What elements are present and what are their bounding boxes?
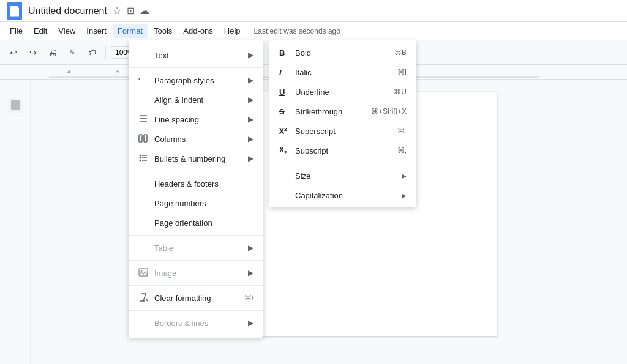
format-menu-group-5: Image ▶: [129, 261, 263, 286]
submenu-divider: [269, 163, 416, 163]
page-numbers-label: Page numbers: [154, 199, 253, 208]
italic-shortcut: ⌘I: [397, 68, 407, 76]
clear-formatting-shortcut: ⌘\: [244, 294, 253, 302]
format-menu-page-orientation[interactable]: Page orientation: [129, 213, 263, 232]
format-menu-columns[interactable]: Columns ▶: [129, 129, 263, 149]
submenu-underline[interactable]: U Underline ⌘U: [269, 82, 416, 102]
italic-label: Italic: [295, 68, 397, 77]
submenu-strikethrough[interactable]: S Strikethrough ⌘+Shift+X: [269, 102, 416, 121]
bold-icon: B: [279, 48, 290, 58]
svg-point-15: [140, 159, 141, 161]
line-spacing-label: Line spacing: [154, 115, 243, 124]
columns-label: Columns: [154, 135, 243, 144]
svg-point-13: [140, 154, 141, 156]
format-menu-group-2: ¶ Paragraph styles ▶ Align & indent ▶ Li…: [129, 68, 263, 171]
image-label: Image: [154, 269, 243, 278]
svg-rect-11: [139, 135, 142, 142]
italic-icon: I: [279, 68, 290, 77]
bullets-arrow: ▶: [248, 154, 253, 163]
submenu-italic[interactable]: I Italic ⌘I: [269, 62, 416, 82]
submenu-superscript[interactable]: X2 Superscript ⌘.: [269, 121, 416, 141]
format-menu-clear-formatting[interactable]: Clear formatting ⌘\: [129, 288, 263, 308]
format-text-label: Text: [154, 51, 243, 60]
svg-point-14: [140, 157, 141, 158]
svg-rect-19: [139, 269, 148, 276]
borders-arrow: ▶: [248, 319, 253, 327]
submenu-capitalization[interactable]: Capitalization: [269, 185, 416, 205]
format-menu-line-spacing[interactable]: Line spacing ▶: [129, 110, 263, 129]
underline-label: Underline: [295, 87, 394, 97]
superscript-icon: X2: [279, 127, 290, 136]
headers-footers-label: Headers & footers: [154, 179, 253, 188]
svg-line-22: [143, 294, 146, 301]
format-menu-group-4: Table ▶: [129, 236, 263, 261]
size-label: Size: [295, 171, 397, 180]
submenu-size[interactable]: Size: [269, 166, 416, 185]
line-spacing-arrow: ▶: [248, 115, 253, 124]
format-menu-bullets-numbering[interactable]: Bullets & numbering ▶: [129, 149, 263, 168]
format-menu-borders-lines: Borders & lines ▶: [129, 313, 263, 333]
line-spacing-icon: [138, 114, 149, 125]
strikethrough-label: Strikethrough: [295, 107, 371, 116]
paragraph-styles-label: Paragraph styles: [154, 76, 243, 85]
align-indent-label: Align & indent: [154, 95, 243, 105]
capitalization-label: Capitalization: [295, 191, 397, 200]
bold-label: Bold: [295, 48, 394, 58]
image-arrow: ▶: [248, 269, 253, 277]
strikethrough-icon: S: [279, 107, 290, 116]
svg-rect-12: [144, 135, 147, 142]
svg-line-24: [146, 299, 148, 301]
format-menu-group-1: Text ▶: [129, 43, 263, 68]
subscript-label: Subscript: [295, 146, 397, 155]
format-menu-group-6: Clear formatting ⌘\: [129, 286, 263, 311]
format-dropdown-menu: Text ▶ ¶ Paragraph styles ▶ Align & inde…: [129, 40, 263, 338]
format-menu-text[interactable]: Text ▶: [129, 45, 263, 65]
page-orientation-label: Page orientation: [154, 218, 253, 228]
bullets-icon: [138, 153, 149, 165]
table-label: Table: [154, 243, 243, 253]
clear-formatting-icon: [138, 292, 149, 304]
align-arrow: ▶: [248, 95, 253, 104]
para-styles-arrow: ▶: [248, 76, 253, 84]
table-arrow: ▶: [248, 243, 253, 252]
subscript-icon: X2: [279, 146, 290, 155]
clear-formatting-label: Clear formatting: [154, 294, 232, 303]
format-menu-page-numbers[interactable]: Page numbers: [129, 193, 263, 213]
submenu-bold[interactable]: B Bold ⌘B: [269, 43, 416, 62]
superscript-shortcut: ⌘.: [397, 127, 407, 135]
strikethrough-shortcut: ⌘+Shift+X: [371, 107, 407, 116]
format-menu-table: Table ▶: [129, 238, 263, 258]
superscript-label: Superscript: [295, 127, 397, 136]
format-menu-group-3: Headers & footers Page numbers Page orie…: [129, 171, 263, 236]
format-menu-headers-footers[interactable]: Headers & footers: [129, 174, 263, 193]
format-menu-paragraph-styles[interactable]: ¶ Paragraph styles ▶: [129, 70, 263, 90]
borders-lines-label: Borders & lines: [154, 319, 243, 328]
format-menu-align-indent[interactable]: Align & indent ▶: [129, 90, 263, 110]
text-arrow: ▶: [248, 51, 253, 59]
text-submenu: B Bold ⌘B I Italic ⌘I U Underline ⌘U S S…: [269, 40, 416, 207]
bold-shortcut: ⌘B: [394, 48, 407, 57]
columns-icon: [138, 133, 149, 145]
para-styles-icon: ¶: [138, 75, 149, 86]
image-icon: [138, 267, 149, 279]
format-menu-group-7: Borders & lines ▶: [129, 311, 263, 335]
subscript-shortcut: ⌘,: [397, 146, 407, 155]
submenu-subscript[interactable]: X2 Subscript ⌘,: [269, 141, 416, 160]
format-menu-image: Image ▶: [129, 263, 263, 283]
bullets-numbering-label: Bullets & numbering: [154, 154, 243, 163]
underline-icon: U: [279, 87, 290, 97]
underline-shortcut: ⌘U: [394, 87, 407, 96]
columns-arrow: ▶: [248, 135, 253, 143]
svg-text:¶: ¶: [138, 76, 142, 84]
